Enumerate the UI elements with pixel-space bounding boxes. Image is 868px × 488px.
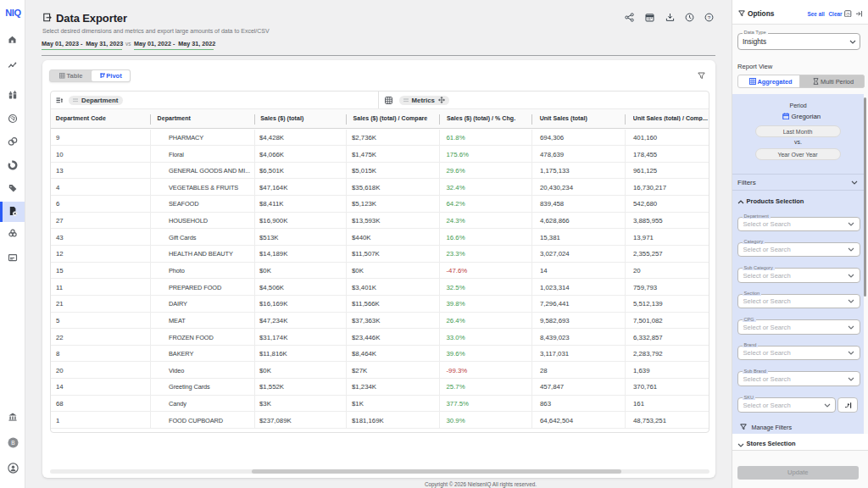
svg-text:B: B bbox=[11, 440, 14, 446]
svg-text:?: ? bbox=[707, 14, 710, 20]
svg-text:◷: ◷ bbox=[846, 12, 850, 16]
